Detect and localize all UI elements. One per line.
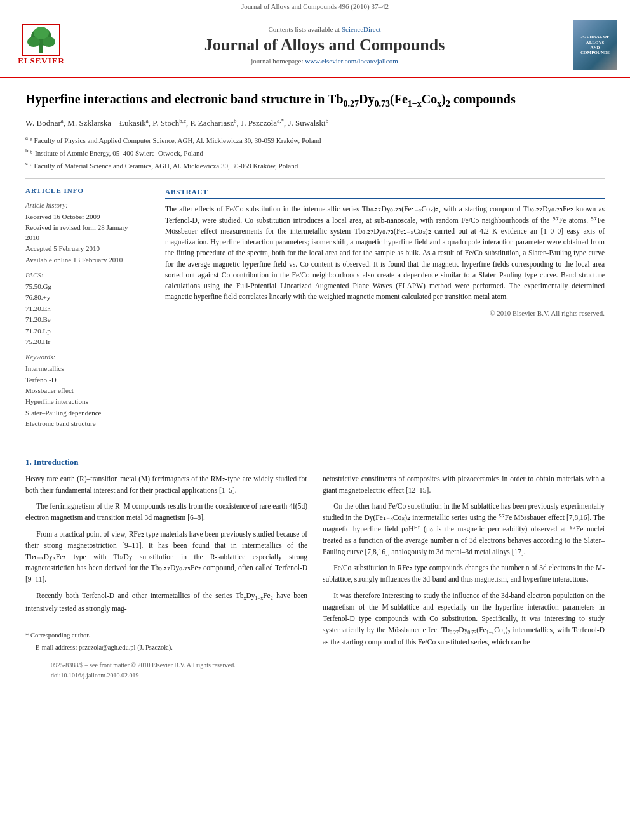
sciencedirect-link[interactable]: ScienceDirect — [342, 25, 381, 33]
body-col-left: Heavy rare earth (R)–transition metal (M… — [25, 474, 307, 655]
body-p4: Recently both Terfenol-D and other inter… — [25, 590, 307, 615]
affiliations: a ᵃ Faculty of Physics and Applied Compu… — [25, 134, 605, 171]
journal-name: Journal of Alloys and Compounds — [76, 36, 573, 55]
body-p2: The ferrimagnetism of the R–M compounds … — [25, 501, 307, 524]
footnote-star: * Corresponding author. — [25, 630, 307, 641]
page: Journal of Alloys and Compounds 496 (201… — [0, 0, 630, 840]
issn-text: 0925-8388/$ – see front matter © 2010 El… — [51, 662, 236, 669]
section1-heading: 1. Introduction — [25, 456, 605, 469]
copyright: © 2010 Elsevier B.V. All rights reserved… — [165, 308, 605, 319]
keywords-title: Keywords: — [25, 353, 142, 361]
article-info-title: ARTICLE INFO — [25, 187, 142, 196]
elsevier-text: ELSEVIER — [18, 56, 65, 66]
svg-point-5 — [34, 27, 49, 39]
pacs-item-4: 71.20.Be — [25, 315, 142, 324]
body-col2-p3: Fe/Co substitution in RFe₂ type compound… — [323, 563, 605, 585]
pacs-section: PACS: 75.50.Gg 76.80.+y 71.20.Eh 71.20.B… — [25, 271, 142, 347]
elsevier-logo: ELSEVIER — [13, 24, 70, 66]
footnote-email: E-mail address: pszczola@agh.edu.pl (J. … — [25, 643, 307, 653]
journal-thumbnail: JOURNAL OFALLOYSANDCOMPOUNDS — [573, 20, 617, 70]
journal-ref-text: Journal of Alloys and Compounds 496 (201… — [241, 3, 389, 10]
keyword-2: Terfenol-D — [25, 375, 142, 385]
pacs-item-5: 71.20.Lp — [25, 326, 142, 336]
interesting-label: Interesting — [382, 592, 413, 599]
main-content: 1. Introduction Heavy rare earth (R)–tra… — [0, 456, 630, 686]
body-two-col: Heavy rare earth (R)–transition metal (M… — [25, 474, 605, 655]
article-info-abstract-section: ARTICLE INFO Article history: Received 1… — [25, 178, 605, 430]
article-body: Hyperfine interactions and electronic ba… — [0, 78, 630, 453]
body-col2-p2: On the other hand Fe/Co substitution in … — [323, 501, 605, 557]
body-col2-p4: It was therefore Interesting to study th… — [323, 590, 605, 648]
article-history-label: Article history: — [25, 201, 142, 209]
journal-title-block: Contents lists available at ScienceDirec… — [76, 25, 573, 65]
abstract-title: ABSTRACT — [165, 187, 605, 199]
keyword-4: Hyperfine interactions — [25, 397, 142, 406]
article-title: Hyperfine interactions and electronic ba… — [25, 91, 605, 110]
authors-line: W. Bodnara, M. Szklarska – Łukasika, P. … — [25, 117, 605, 128]
article-info-column: ARTICLE INFO Article history: Received 1… — [25, 187, 152, 430]
pacs-item-1: 75.50.Gg — [25, 282, 142, 291]
pacs-item-2: 76.80.+y — [25, 293, 142, 302]
keyword-1: Intermetallics — [25, 364, 142, 373]
received-revised-date: Received in revised form 28 January 2010 — [25, 223, 142, 243]
keywords-section: Keywords: Intermetallics Terfenol-D Möss… — [25, 353, 142, 429]
journal-header: ELSEVIER Contents lists available at Sci… — [0, 13, 630, 78]
keyword-6: Electronic band structure — [25, 419, 142, 429]
pacs-item-6: 75.20.Hr — [25, 337, 142, 347]
received-date: Received 16 October 2009 — [25, 212, 142, 222]
body-p3: From a practical point of view, RFe₂ typ… — [25, 529, 307, 585]
svg-rect-1 — [39, 44, 43, 53]
footnote-area: * Corresponding author. E-mail address: … — [25, 625, 307, 653]
available-online-date: Available online 13 February 2010 — [25, 255, 142, 265]
pacs-item-3: 71.20.Eh — [25, 304, 142, 314]
journal-homepage: journal homepage: www.elsevier.com/locat… — [76, 57, 573, 65]
keyword-3: Mössbauer effect — [25, 386, 142, 396]
abstract-column: ABSTRACT The after-effects of Fe/Co subs… — [165, 187, 605, 430]
bottom-bar: 0925-8388/$ – see front matter © 2010 El… — [25, 655, 605, 685]
journal-reference-bar: Journal of Alloys and Compounds 496 (201… — [0, 0, 630, 13]
body-p1: Heavy rare earth (R)–transition metal (M… — [25, 474, 307, 497]
contents-line: Contents lists available at ScienceDirec… — [76, 25, 573, 33]
doi-text: doi:10.1016/j.jallcom.2010.02.019 — [51, 672, 139, 679]
elsevier-tree-icon — [22, 24, 60, 56]
pacs-title: PACS: — [25, 271, 142, 279]
homepage-link[interactable]: www.elsevier.com/locate/jallcom — [305, 57, 398, 65]
body-col2-p1: netostrictive constituents of composites… — [323, 474, 605, 497]
recently-label: Recently — [36, 592, 62, 599]
accepted-date: Accepted 5 February 2010 — [25, 244, 142, 253]
body-col-right: netostrictive constituents of composites… — [323, 474, 605, 655]
abstract-text: The after-effects of Fe/Co substitution … — [165, 204, 605, 302]
keyword-5: Slater–Pauling dependence — [25, 408, 142, 418]
